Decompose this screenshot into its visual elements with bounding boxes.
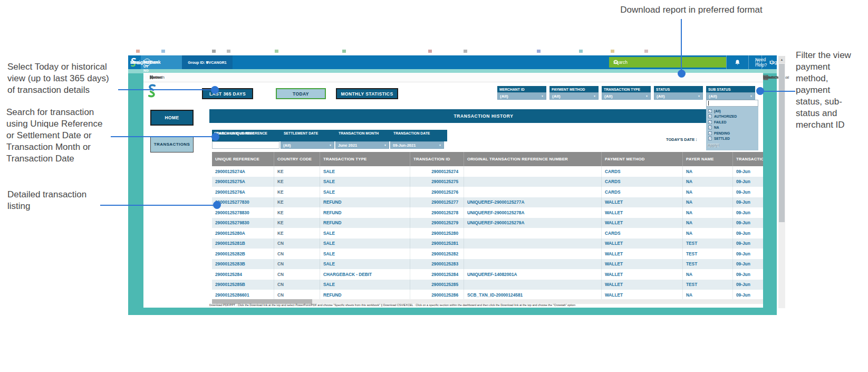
filter-label: SUB STATUS (706, 86, 755, 92)
table-cell: SALE (320, 280, 410, 290)
table-row[interactable]: 29000125280AKESALE29000125280CARDSNA09-J… (212, 228, 763, 239)
apply-button[interactable]: Apply (708, 144, 718, 147)
substatus-option[interactable]: ✓NA (708, 125, 756, 131)
vertical-scrollbar-thumb[interactable] (779, 64, 785, 222)
table-header: UNIQUE REFERENCECOUNTRY CODETRANSACTION … (212, 152, 763, 166)
group-id-dropdown[interactable]: Group ID: UVCANGR1 ▾ (182, 55, 233, 69)
table-cell: UNIQUEREF-29000125277A (464, 197, 602, 208)
filter-row: MERCHANT ID(All)▼PAYMENT METHOD(All)▼TRA… (497, 86, 761, 100)
table-cell (464, 249, 602, 259)
filter-dropdown-sub-status[interactable]: (All)▼ (706, 92, 755, 100)
table-cell: UNIQUEREF-14082001A (464, 269, 602, 280)
dropdown-settlement-date[interactable]: (All)▼ (281, 141, 334, 149)
table-cell: 29000125276A (212, 187, 274, 197)
dropdown-arrow-icon: ▼ (329, 144, 332, 147)
dropdown-arrow-icon: ▼ (384, 144, 387, 147)
table-cell: 29000125279 (410, 218, 464, 228)
table-cell: TEST (683, 259, 733, 270)
annotation-select-view: Select Today or historical view (up to l… (7, 61, 127, 96)
substatus-option[interactable]: ✓(All) (708, 108, 756, 114)
substatus-option-label: PENDING (714, 131, 730, 135)
todays-date-label: TODAY'S DATE : (666, 137, 697, 142)
filter-value: (All) (552, 94, 593, 99)
table-cell: 29000125275A (212, 177, 274, 187)
table-cell: 29000125285 (410, 280, 464, 290)
checkbox-checked-icon[interactable]: ✓ (708, 131, 712, 135)
table-cell: 29000125280A (212, 228, 274, 239)
filter-dropdown-transaction-type[interactable]: (All)▼ (602, 92, 651, 100)
table-row[interactable]: 29000125284CNCHARGEBACK - DEBIT290001252… (212, 269, 763, 280)
filter-status: STATUS(All)▼ (654, 86, 703, 100)
dropdown-arrow-icon: ▼ (698, 94, 700, 98)
table-cell (464, 177, 602, 187)
page: Download report in preferred format Sele… (0, 0, 868, 372)
filter-dropdown-status[interactable]: (All)▼ (654, 92, 703, 100)
vertical-scrollbar[interactable]: ▲ (778, 56, 785, 308)
download-instructions-note: Download PDF/PPT : Click the Download li… (209, 303, 621, 307)
monthly-statistics-button[interactable]: MONTHLY STATISTICS (336, 88, 398, 99)
table-cell: SALE (320, 249, 410, 259)
table-cell: KE (274, 228, 320, 239)
table-cell: SALE (320, 177, 410, 187)
substatus-option[interactable]: ✓PENDING (708, 130, 756, 136)
substatus-option-label: SETTLED (714, 137, 730, 140)
checkbox-checked-icon[interactable]: ✓ (708, 115, 712, 118)
checkbox-checked-icon[interactable]: ✓ (708, 109, 712, 113)
table-cell: 29000125284 (410, 269, 464, 280)
report-toolbar: ←Undo →Redo ⇤Revert ↻Refresh Pause View:… (143, 73, 763, 82)
sidebar-item-home[interactable]: HOME (150, 110, 194, 126)
table-row[interactable]: 29000125279830KEREFUND29000125279UNIQUER… (212, 218, 763, 228)
substatus-filter-search-input[interactable] (706, 100, 758, 107)
table-row[interactable]: 29000125274AKESALE29000125274CARDSNA09-J… (212, 166, 763, 177)
substatus-option[interactable]: ✓SETTLED (708, 136, 756, 142)
unique-reference-search-input[interactable] (212, 141, 279, 149)
notifications-button[interactable] (726, 55, 748, 69)
global-search-input[interactable]: Search (609, 57, 726, 68)
table-row[interactable]: 29000125278830KEREFUND29000125278UNIQUER… (212, 207, 763, 218)
table-cell: 29000125278830 (212, 207, 274, 218)
connector-download (681, 19, 682, 71)
table-row[interactable]: 29000125282BCNSALE29000125282WALLETTEST0… (212, 249, 763, 259)
sidebar-item-transactions[interactable]: TRANSACTIONS (150, 136, 194, 152)
table-cell: NA (683, 207, 733, 218)
table-cell: 29000125281 (410, 239, 464, 249)
search-filter-fields: (All)▼June 2021▼09-Jun-2021▼ (281, 141, 445, 149)
table-cell: SALE (320, 187, 410, 197)
dropdown-transaction-month[interactable]: June 2021▼ (335, 141, 389, 149)
user-profile-button[interactable]: U Welcome UV NG US 01 (141, 55, 182, 69)
search-band: SEARCH UNIQUE REFERENCE - Press enter to… (212, 130, 447, 141)
table-row[interactable]: 29000125283BCNSALE29000125283WALLETTEST0… (212, 259, 763, 270)
column-header: PAYMENT METHOD (602, 152, 683, 166)
filter-label: MERCHANT ID (497, 86, 546, 92)
table-cell: 09-Jun (733, 207, 763, 218)
checkbox-checked-icon[interactable]: ✓ (708, 137, 712, 140)
scroll-up-icon[interactable]: ▲ (778, 56, 785, 63)
table-row[interactable]: 29000125281BCNSALE29000125281WALLETTEST0… (212, 239, 763, 249)
table-row[interactable]: 29000125276AKESALE29000125276CARDSNA09-J… (212, 187, 763, 197)
table-cell: 29000125283 (410, 259, 464, 270)
filter-dropdown-payment-method[interactable]: (All)▼ (549, 92, 599, 100)
table-cell: 09-Jun (733, 290, 763, 299)
dropdown-transaction-date[interactable]: 09-Jun-2021▼ (390, 141, 444, 149)
table-cell: TEST (683, 239, 733, 249)
table-cell: WALLET (602, 197, 683, 208)
filter-label: TRANSACTION TYPE (602, 86, 651, 92)
table-row[interactable]: 29000125286601CNREFUND29000125286SCB_TXN… (212, 290, 763, 299)
substatus-option[interactable]: ✓AUTHORIZED (708, 114, 756, 120)
filter-value: (All) (709, 94, 750, 99)
substatus-option[interactable]: ✓FAILED (708, 119, 756, 125)
table-cell: 09-Jun (733, 249, 763, 259)
table-cell: 09-Jun (733, 239, 763, 249)
table-row[interactable]: 29000125277830KEREFUND29000125277UNIQUER… (212, 197, 763, 208)
checkbox-checked-icon[interactable]: ✓ (708, 126, 712, 129)
table-cell: WALLET (602, 290, 683, 299)
today-button[interactable]: TODAY (276, 88, 326, 99)
checkbox-checked-icon[interactable]: ✓ (708, 120, 712, 124)
table-row[interactable]: 29000125275AKESALE29000125275CARDSNA09-J… (212, 177, 763, 187)
chevron-down-icon: ▾ (206, 60, 208, 64)
table-row[interactable]: 29000125285BCNSALE29000125285WALLETTEST0… (212, 280, 763, 290)
filter-dropdown-merchant-id[interactable]: (All)▼ (497, 92, 546, 100)
need-help-button[interactable]: ⓘ Need Help? (748, 55, 761, 69)
table-cell: NA (683, 177, 733, 187)
table-cell: 09-Jun (733, 177, 763, 187)
